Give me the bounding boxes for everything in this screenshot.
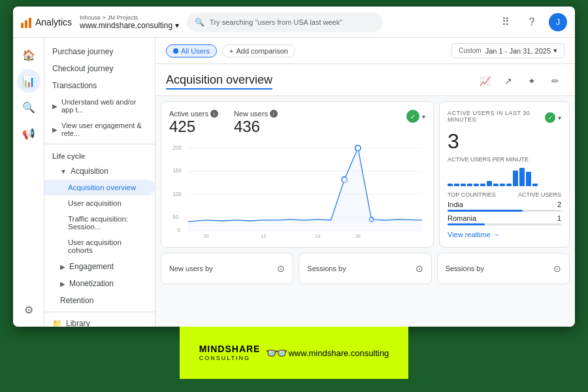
charts-section: Active users i 425 New users i 43 — [155, 96, 575, 253]
apps-icon[interactable]: ⠿ — [497, 13, 515, 31]
nav-user-acquisition[interactable]: User acquisition — [44, 195, 155, 211]
nav-transactions[interactable]: Transactions — [44, 77, 155, 94]
search-bar[interactable]: 🔍 Try searching "users from USA last wee… — [187, 12, 383, 32]
help-icon[interactable]: ? — [523, 13, 541, 31]
main-chart-card: Active users i 425 New users i 43 — [161, 101, 434, 248]
all-users-chip[interactable]: All Users — [166, 44, 217, 57]
realtime-check-icon: ✓ — [545, 112, 555, 123]
nav-divider-2 — [44, 312, 155, 312]
glasses-icon: 👓 — [265, 342, 288, 364]
nav-label: User acquisition — [68, 199, 122, 207]
footer-brand-sub: CONSULTING — [199, 355, 261, 361]
country-romania-value: 1 — [557, 214, 561, 222]
line-chart: 200 150 100 50 0 — [169, 141, 425, 239]
chart-svg: 200 150 100 50 0 — [169, 141, 425, 239]
nav-label: View user engagement & rete... — [61, 122, 147, 137]
domain-dropdown-icon[interactable]: ▾ — [175, 21, 179, 30]
country-india-value: 2 — [557, 201, 561, 208]
nav-label: Traffic acquisition: Session... — [68, 215, 147, 231]
nav-user-acquisition-cohorts[interactable]: User acquisition cohorts — [44, 235, 155, 258]
nav-acquisition[interactable]: ▼ Acquisition — [44, 163, 155, 180]
sidebar-advertising-icon[interactable]: 📢 — [17, 122, 41, 145]
expand-icon: ▶ — [60, 263, 65, 270]
sidebar-settings-icon[interactable]: ⚙ — [17, 298, 41, 321]
nav-monetization[interactable]: ▶ Monetization — [44, 275, 155, 292]
svg-text:0: 0 — [177, 227, 180, 233]
chevron-down-icon: ▾ — [553, 46, 557, 55]
sparkle-icon[interactable]: ✦ — [523, 72, 541, 90]
country-romania: Romania 1 — [448, 214, 561, 225]
domain-row[interactable]: www.mindshare.consulting ▾ — [80, 21, 179, 30]
view-realtime-link[interactable]: View realtime → — [448, 231, 561, 238]
chart-type-icon[interactable]: 📈 — [476, 72, 494, 90]
logo-bar-2 — [25, 20, 27, 28]
metrics-row: Active users i 425 New users i 43 — [169, 110, 425, 136]
nav-engagement[interactable]: ▶ Engagement — [44, 258, 155, 275]
expand-icon: ▶ — [60, 280, 65, 287]
country-romania-bar-fill — [448, 223, 485, 225]
outer-frame: Analytics Inhouse > JM Projects www.mind… — [0, 0, 588, 392]
mini-bar-14 — [532, 184, 538, 186]
logo-area: Analytics — [21, 16, 72, 28]
search-placeholder: Try searching "users from USA last week" — [210, 18, 342, 26]
nav-sidebar: Purchase journey Checkout journey Transa… — [44, 38, 155, 327]
user-avatar[interactable]: J — [549, 13, 567, 31]
bottom-card-sessions-2: Sessions by ⊙ — [437, 253, 570, 284]
top-icons: ⠿ ? J — [497, 13, 567, 31]
nav-label: Purchase journey — [52, 47, 113, 56]
sidebar-reports-icon[interactable]: 📊 — [17, 69, 41, 93]
nav-understand-web[interactable]: ▶ Understand web and/or app t... — [44, 94, 155, 118]
logo-bar-1 — [21, 23, 24, 28]
bottom-card-sessions-1: Sessions by ⊙ — [299, 253, 431, 284]
active-users-metric: Active users i 425 — [169, 110, 218, 136]
new-users-info-icon[interactable]: i — [270, 110, 278, 118]
sidebar-explore-icon[interactable]: 🔍 — [17, 95, 41, 119]
nav-retention[interactable]: Retention — [44, 292, 155, 309]
nav-checkout-journey[interactable]: Checkout journey — [44, 60, 155, 77]
nav-view-engagement[interactable]: ▶ View user engagement & rete... — [44, 118, 155, 141]
add-comparison-button[interactable]: + Add comparison — [222, 44, 295, 57]
expand-icon: ▼ — [60, 168, 67, 175]
new-users-value: 436 — [234, 118, 278, 136]
bottom-card-1-icon[interactable]: ⊙ — [277, 263, 285, 274]
nav-purchase-journey[interactable]: Purchase journey — [44, 43, 155, 60]
plus-icon: + — [229, 47, 233, 55]
share-icon[interactable]: ↗ — [499, 72, 517, 90]
chart-control: ✓ ▾ — [406, 110, 425, 123]
nav-library[interactable]: 📁 Library — [44, 315, 155, 327]
country-romania-bar-bg — [448, 223, 561, 225]
mini-bar-chart — [448, 167, 561, 186]
mini-bar-10 — [506, 184, 512, 186]
mini-bar-3 — [461, 184, 466, 186]
country-romania-name: Romania — [448, 214, 476, 222]
active-users-info-icon[interactable]: i — [210, 110, 218, 118]
svg-text:200: 200 — [172, 144, 182, 151]
logo-bar-3 — [29, 18, 31, 28]
country-romania-row: Romania 1 — [448, 214, 561, 222]
country-india-row: India 2 — [448, 201, 561, 208]
country-india-bar-fill — [448, 210, 523, 212]
edit-icon[interactable]: ✏ — [546, 72, 564, 90]
chart-dropdown-button[interactable]: ▾ — [422, 113, 425, 120]
realtime-dropdown-icon[interactable]: ▾ — [558, 114, 561, 122]
domain-text: www.mindshare.consulting — [80, 21, 172, 30]
expand-icon: ▶ — [52, 103, 57, 110]
realtime-label: ACTIVE USERS IN LAST 30 MINUTES — [448, 110, 545, 123]
nav-traffic-acquisition[interactable]: Traffic acquisition: Session... — [44, 211, 155, 235]
bottom-card-2-icon[interactable]: ⊙ — [416, 263, 423, 274]
nav-label: Transactions — [52, 81, 97, 90]
analytics-logo-icon — [21, 16, 31, 28]
active-users-col-label: ACTIVE USERS — [518, 191, 561, 198]
nav-label: Monetization — [69, 279, 114, 288]
sidebar-home-icon[interactable]: 🏠 — [17, 43, 41, 67]
date-range-button[interactable]: Custom Jan 1 - Jan 31, 2025 ▾ — [451, 43, 564, 58]
bottom-card-3-icon[interactable]: ⊙ — [553, 263, 561, 274]
nav-acquisition-overview[interactable]: Acquisition overview — [44, 180, 155, 195]
active-users-label: Active users i — [169, 110, 218, 118]
mini-bar-7 — [487, 181, 492, 186]
mini-bar-9 — [500, 184, 505, 186]
app-title: Analytics — [35, 17, 72, 27]
breadcrumb: Inhouse > JM Projects — [80, 14, 179, 21]
arrow-right-icon: → — [493, 231, 500, 238]
svg-text:26: 26 — [355, 233, 361, 239]
